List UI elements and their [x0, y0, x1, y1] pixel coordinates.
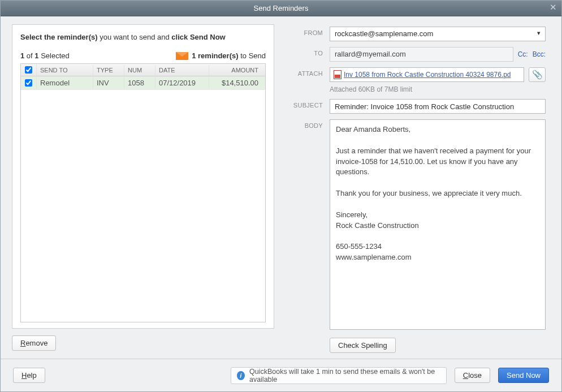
attach-button[interactable]: 📎 — [529, 67, 546, 82]
info-bar: i QuickBooks will take 1 min to send the… — [231, 367, 447, 384]
attach-row: ATTACH Inv 1058 from Rock Castle Constru… — [288, 67, 546, 82]
reminders-table: SEND TO TYPE NUM DATE AMOUNT Remodel INV… — [20, 63, 266, 322]
subject-label: SUBJECT — [288, 99, 323, 109]
bcc-link[interactable]: Bcc: — [533, 50, 546, 58]
table-row[interactable]: Remodel INV 1058 07/12/2019 $14,510.00 — [21, 76, 265, 90]
send-now-button[interactable]: Send Now — [498, 368, 549, 383]
left-panel: Select the reminder(s) you want to send … — [1, 16, 283, 359]
attachment-hint: Attached 60KB of 7MB limit — [330, 85, 546, 93]
titlebar: Send Reminders ✕ — [1, 1, 561, 16]
instruction-mid: you want to send and — [98, 33, 172, 41]
to-row: TO rallard@myemail.com Cc: Bcc: — [288, 47, 546, 62]
attachment-chip[interactable]: Inv 1058 from Rock Castle Construction 4… — [330, 67, 524, 82]
footer: Help i QuickBooks will take 1 min to sen… — [1, 359, 561, 391]
pdf-icon — [334, 70, 341, 79]
attachment-filename: Inv 1058 from Rock Castle Construction 4… — [344, 71, 511, 79]
check-spelling-button[interactable]: Check Spelling — [330, 338, 396, 353]
body-row: BODY Dear Amanda Roberts, Just a reminde… — [288, 119, 546, 330]
instruction-bold1: Select the reminder(s) — [20, 33, 98, 41]
row-num: 1058 — [124, 77, 155, 89]
from-row: FROM rockcastle@samplename.com — [288, 27, 546, 41]
to-label: TO — [288, 47, 323, 57]
close-button[interactable]: Close — [455, 368, 490, 383]
reminders-count: 1 reminder(s) to Send — [176, 51, 266, 60]
row-checkbox[interactable] — [21, 77, 37, 89]
remove-button[interactable]: Remove — [12, 335, 56, 351]
reminders-card: Select the reminder(s) you want to send … — [12, 24, 274, 329]
header-num[interactable]: NUM — [124, 65, 155, 75]
subject-row: SUBJECT — [288, 99, 546, 114]
from-label: FROM — [288, 27, 323, 36]
body-textarea[interactable]: Dear Amanda Roberts, Just a reminder tha… — [330, 119, 546, 330]
subject-input[interactable] — [330, 99, 546, 114]
header-type[interactable]: TYPE — [93, 65, 124, 75]
header-amount[interactable]: AMOUNT — [209, 65, 265, 75]
body-label: BODY — [288, 119, 323, 330]
paperclip-icon: 📎 — [532, 70, 543, 80]
cc-link[interactable]: Cc: — [518, 50, 528, 58]
content-area: Select the reminder(s) you want to send … — [1, 16, 561, 359]
selection-summary-row: 1 of 1 Selected 1 reminder(s) to Send — [20, 51, 266, 60]
send-reminders-window: Send Reminders ✕ Select the reminder(s) … — [0, 0, 562, 392]
window-title: Send Reminders — [254, 4, 309, 12]
row-send-to: Remodel — [37, 77, 93, 89]
selection-count: 1 of 1 Selected — [20, 51, 70, 60]
row-type: INV — [93, 77, 124, 89]
row-amount: $14,510.00 — [209, 77, 265, 89]
email-panel: FROM rockcastle@samplename.com TO rallar… — [283, 16, 561, 359]
header-send-to[interactable]: SEND TO — [37, 65, 93, 75]
header-checkbox[interactable] — [21, 64, 37, 76]
to-input[interactable]: rallard@myemail.com — [330, 47, 513, 62]
header-date[interactable]: DATE — [155, 65, 209, 75]
from-dropdown[interactable]: rockcastle@samplename.com — [330, 27, 546, 41]
close-icon[interactable]: ✕ — [550, 2, 557, 12]
info-icon: i — [237, 371, 245, 380]
table-body: Remodel INV 1058 07/12/2019 $14,510.00 — [21, 76, 265, 322]
envelope-icon — [176, 52, 188, 60]
info-text: QuickBooks will take 1 min to send these… — [249, 368, 440, 384]
attach-label: ATTACH — [288, 67, 323, 77]
help-button[interactable]: Help — [13, 368, 45, 383]
instruction-text: Select the reminder(s) you want to send … — [20, 33, 266, 41]
table-header: SEND TO TYPE NUM DATE AMOUNT — [21, 64, 265, 76]
instruction-bold2: click Send Now — [171, 33, 225, 41]
row-date: 07/12/2019 — [155, 77, 209, 89]
